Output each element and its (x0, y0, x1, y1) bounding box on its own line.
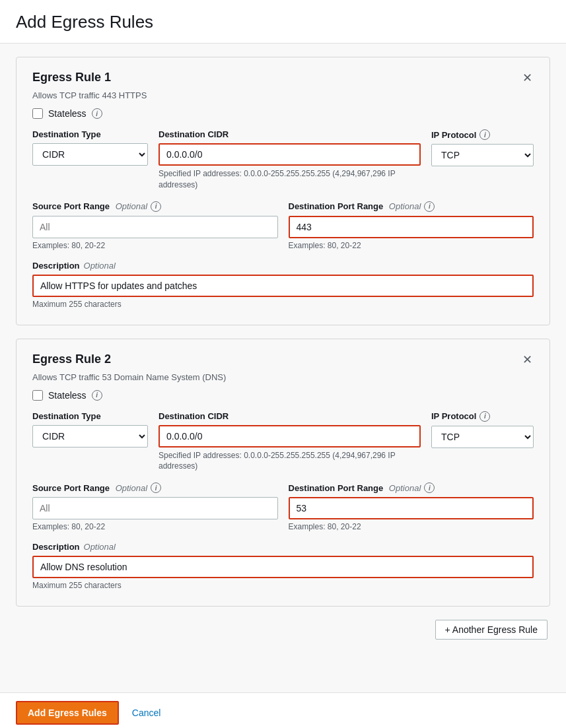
stateless-checkbox-1[interactable] (32, 108, 43, 119)
description-label-2: Description (32, 542, 80, 552)
source-port-info-icon-1[interactable]: i (151, 201, 161, 212)
source-port-optional-1: Optional (113, 201, 147, 211)
source-port-optional-2: Optional (113, 483, 147, 493)
description-input-1[interactable] (32, 275, 534, 297)
add-another-egress-button[interactable]: + Another Egress Rule (435, 620, 548, 640)
ip-protocol-select-1[interactable]: TCP UDP ICMP All (431, 144, 534, 166)
page-title: Add Egress Rules (16, 12, 550, 32)
ip-protocol-info-icon-1[interactable]: i (479, 129, 490, 140)
dest-port-label-2: Destination Port Range (289, 483, 384, 493)
destination-cidr-input-2[interactable] (159, 425, 421, 447)
stateless-checkbox-2[interactable] (32, 390, 43, 401)
content-area: Egress Rule 1 ✕ Allows TCP traffic 443 H… (0, 44, 566, 692)
source-port-input-2[interactable] (32, 497, 278, 519)
destination-cidr-input-1[interactable] (159, 143, 421, 166)
dest-port-info-icon-1[interactable]: i (424, 201, 435, 212)
ip-protocol-label-1: IP Protocol (431, 130, 476, 140)
description-optional-1: Optional (84, 261, 116, 271)
source-port-label-2: Source Port Range (32, 483, 110, 493)
dest-port-input-2[interactable] (289, 497, 534, 519)
dest-port-hint-1: Examples: 80, 20-22 (289, 241, 534, 250)
stateless-label-2[interactable]: Stateless (48, 390, 87, 401)
source-port-hint-1: Examples: 80, 20-22 (32, 241, 278, 250)
dest-port-optional-1: Optional (386, 201, 421, 211)
source-port-input-1[interactable] (32, 216, 278, 238)
description-max-1: Maximum 255 characters (32, 300, 534, 309)
description-max-2: Maximum 255 characters (32, 581, 534, 590)
stateless-info-icon-2[interactable]: i (92, 390, 102, 401)
close-rule-1-button[interactable]: ✕ (521, 71, 534, 85)
close-rule-2-button[interactable]: ✕ (521, 352, 534, 367)
ip-protocol-info-icon-2[interactable]: i (479, 411, 490, 422)
dest-port-hint-2: Examples: 80, 20-22 (289, 522, 534, 531)
ip-protocol-select-2[interactable]: TCP UDP ICMP All (431, 426, 534, 448)
rule-desc-2: Allows TCP traffic 53 Domain Name System… (32, 372, 534, 382)
page-header: Add Egress Rules (0, 0, 566, 44)
description-label-1: Description (32, 261, 80, 271)
source-port-label-1: Source Port Range (32, 201, 110, 211)
dest-cidr-hint-1: Specified IP addresses: 0.0.0.0-255.255.… (159, 168, 421, 191)
dest-port-info-icon-2[interactable]: i (424, 482, 435, 493)
stateless-label-1[interactable]: Stateless (48, 108, 87, 119)
cancel-link[interactable]: Cancel (129, 702, 164, 723)
source-port-hint-2: Examples: 80, 20-22 (32, 522, 278, 531)
dest-cidr-label-2: Destination CIDR (159, 411, 229, 421)
dest-port-label-1: Destination Port Range (289, 201, 384, 211)
description-input-2[interactable] (32, 556, 534, 578)
ip-protocol-label-2: IP Protocol (431, 411, 476, 421)
submit-button[interactable]: Add Egress Rules (16, 701, 119, 725)
dest-port-optional-2: Optional (386, 483, 421, 493)
rule-card-1: Egress Rule 1 ✕ Allows TCP traffic 443 H… (16, 57, 550, 325)
rule-desc-1: Allows TCP traffic 443 HTTPS (32, 90, 534, 100)
dest-cidr-label-1: Destination CIDR (159, 129, 229, 139)
footer-bar: Add Egress Rules Cancel (0, 692, 566, 728)
rule-title-1: Egress Rule 1 (32, 71, 111, 84)
dest-cidr-hint-2: Specified IP addresses: 0.0.0.0-255.255.… (159, 450, 421, 473)
dest-type-label-2: Destination Type (32, 411, 101, 421)
source-port-info-icon-2[interactable]: i (151, 482, 161, 493)
rule-title-2: Egress Rule 2 (32, 352, 111, 366)
destination-type-select-2[interactable]: CIDR IP Address Service OSN Service (32, 425, 148, 447)
stateless-info-icon-1[interactable]: i (92, 108, 102, 119)
dest-port-input-1[interactable] (289, 216, 534, 238)
rule-card-2: Egress Rule 2 ✕ Allows TCP traffic 53 Do… (16, 339, 550, 607)
dest-type-label-1: Destination Type (32, 129, 101, 139)
description-optional-2: Optional (84, 542, 116, 552)
destination-type-select-1[interactable]: CIDR IP Address Service OSN Service (32, 143, 148, 166)
